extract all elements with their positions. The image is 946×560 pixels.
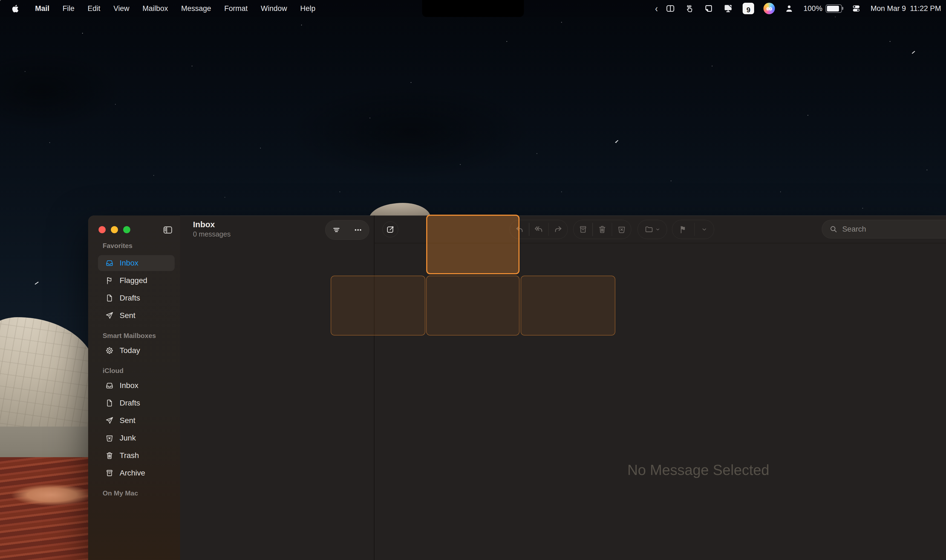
section-header: Favorites bbox=[103, 242, 180, 250]
sidebar-item-sent[interactable]: Sent bbox=[98, 412, 174, 428]
forward-button[interactable] bbox=[549, 220, 568, 239]
highlight-box-center bbox=[426, 275, 520, 335]
battery-percent: 100% bbox=[803, 5, 822, 13]
list-header-buttons bbox=[325, 220, 369, 240]
ellipsis-icon[interactable] bbox=[347, 225, 369, 235]
folded-square-icon[interactable] bbox=[704, 0, 714, 17]
flag-button[interactable] bbox=[672, 220, 694, 239]
flag-menu-button[interactable] bbox=[695, 220, 714, 239]
compose-button[interactable] bbox=[383, 222, 398, 237]
sidebar-item-label: Sent bbox=[120, 416, 136, 425]
archive-box-icon bbox=[579, 225, 588, 234]
mail-actions-group bbox=[573, 220, 631, 239]
message-count: 0 messages bbox=[193, 230, 231, 238]
sidebar-item-label: Archive bbox=[120, 469, 145, 477]
calendar-day: 9 bbox=[747, 6, 750, 14]
sidebar: FavoritesInboxFlaggedDraftsSentSmart Mai… bbox=[88, 215, 180, 560]
siri-swirl: ∞ bbox=[764, 3, 775, 14]
sidebar-item-label: Sent bbox=[120, 311, 136, 320]
sidebar-item-label: Inbox bbox=[120, 258, 139, 268]
menu-mailbox[interactable]: Mailbox bbox=[136, 0, 174, 17]
minimize-button[interactable] bbox=[111, 226, 118, 233]
sidebar-item-trash[interactable]: Trash bbox=[98, 448, 174, 463]
siri-icon[interactable]: ∞ bbox=[764, 3, 775, 14]
menu-help[interactable]: Help bbox=[294, 0, 322, 17]
menu-format[interactable]: Format bbox=[218, 0, 254, 17]
menu-bar-clock[interactable]: Mon Mar 9 11:22 PM bbox=[870, 0, 941, 17]
trash-icon bbox=[597, 225, 607, 234]
zoom-button[interactable] bbox=[123, 226, 130, 233]
chevron-left-icon[interactable]: ‹ bbox=[655, 0, 658, 19]
inbox-tray-icon bbox=[105, 381, 114, 390]
sidebar-item-label: Inbox bbox=[120, 381, 139, 390]
sidebar-item-label: Flagged bbox=[120, 276, 147, 285]
sidebar-item-inbox[interactable]: Inbox bbox=[98, 378, 174, 394]
search-field[interactable]: Search bbox=[822, 220, 946, 238]
sidebar-item-label: Drafts bbox=[120, 294, 140, 302]
reply-all-button[interactable] bbox=[529, 220, 548, 239]
menu-file[interactable]: File bbox=[56, 0, 81, 17]
sidebar-item-today[interactable]: Today bbox=[98, 343, 174, 358]
sidebar-item-archive[interactable]: Archive bbox=[98, 465, 174, 481]
battery-status[interactable]: 100% bbox=[803, 0, 842, 17]
close-button[interactable] bbox=[99, 226, 106, 233]
sidebar-item-junk[interactable]: Junk bbox=[98, 430, 174, 446]
junk-bin-icon bbox=[105, 434, 114, 442]
paper-plane-icon bbox=[105, 416, 114, 425]
menu-bar-left: Mail File Edit View Mailbox Message Form… bbox=[0, 0, 322, 17]
sidebar-item-drafts[interactable]: Drafts bbox=[98, 395, 174, 411]
desktop: Mail File Edit View Mailbox Message Form… bbox=[0, 0, 946, 560]
apple-logo-icon[interactable] bbox=[11, 3, 22, 14]
cloud-shadow bbox=[0, 49, 123, 131]
junk-bin-icon bbox=[617, 225, 626, 234]
move-to-folder-button[interactable] bbox=[638, 220, 667, 239]
star-streak bbox=[615, 140, 619, 143]
gear-icon bbox=[105, 346, 114, 355]
menu-mail[interactable]: Mail bbox=[28, 0, 56, 17]
menu-edit[interactable]: Edit bbox=[81, 0, 107, 17]
sidebar-item-flagged[interactable]: Flagged bbox=[98, 272, 174, 288]
filter-icon[interactable] bbox=[326, 225, 347, 235]
sidebar-item-label: Today bbox=[120, 346, 140, 355]
menu-view[interactable]: View bbox=[107, 0, 136, 17]
empty-state-message: No Message Selected bbox=[627, 462, 769, 478]
section-header: On My Mac bbox=[103, 489, 180, 497]
folder-icon bbox=[644, 225, 654, 234]
battery-icon bbox=[826, 5, 842, 13]
tile-windows-icon[interactable] bbox=[665, 0, 675, 17]
sidebar-item-inbox[interactable]: Inbox bbox=[98, 255, 174, 271]
star-streak bbox=[912, 51, 915, 54]
move-to-folder-group bbox=[637, 220, 667, 239]
inbox-tray-icon bbox=[105, 258, 114, 268]
display-mirroring-icon[interactable] bbox=[723, 0, 733, 17]
paper-plane-icon bbox=[105, 311, 114, 320]
hand-tap-icon[interactable] bbox=[685, 0, 694, 17]
control-center-icon[interactable] bbox=[851, 0, 861, 17]
archive-button[interactable] bbox=[574, 220, 593, 239]
sidebar-item-label: Trash bbox=[120, 451, 139, 460]
search-icon bbox=[829, 225, 838, 234]
sidebar-section-on-my-mac: On My Mac bbox=[88, 489, 180, 497]
highlight-box-left bbox=[331, 275, 425, 335]
flag-filled-icon bbox=[679, 225, 688, 234]
user-icon[interactable] bbox=[784, 0, 794, 17]
compose-icon bbox=[386, 225, 395, 234]
menu-bar-status: ‹ bbox=[655, 0, 941, 17]
mailbox-title: Inbox bbox=[193, 220, 215, 229]
trash-icon bbox=[105, 451, 114, 460]
red-rock bbox=[0, 457, 92, 560]
flag-group bbox=[672, 220, 714, 239]
message-list-pane: Inbox 0 messages bbox=[180, 215, 374, 560]
sidebar-item-drafts[interactable]: Drafts bbox=[98, 290, 174, 306]
junk-button[interactable] bbox=[612, 220, 631, 239]
calendar-icon[interactable]: 9 bbox=[742, 3, 754, 14]
section-header: Smart Mailboxes bbox=[103, 332, 180, 340]
menu-message[interactable]: Message bbox=[174, 0, 218, 17]
chevron-down-icon bbox=[655, 227, 660, 232]
document-icon bbox=[105, 294, 114, 302]
trash-button[interactable] bbox=[593, 220, 612, 239]
sidebar-item-sent[interactable]: Sent bbox=[98, 308, 174, 323]
menu-window[interactable]: Window bbox=[254, 0, 294, 17]
pink-sand bbox=[11, 484, 93, 506]
sidebar-toggle-icon[interactable] bbox=[162, 225, 174, 237]
